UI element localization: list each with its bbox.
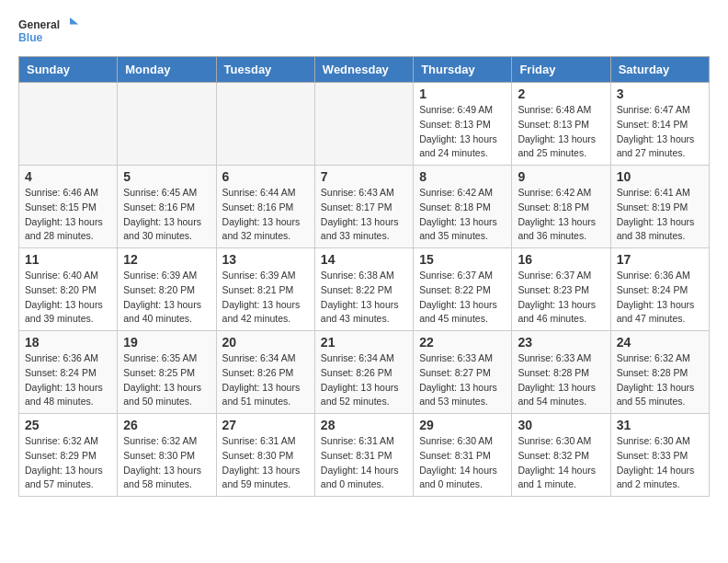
- day-number: 18: [25, 335, 111, 350]
- day-cell: 12Sunrise: 6:39 AMSunset: 8:20 PMDayligh…: [118, 248, 216, 331]
- day-cell: [118, 83, 216, 166]
- day-header-friday: Friday: [512, 57, 610, 83]
- day-info: Sunrise: 6:41 AMSunset: 8:19 PMDaylight:…: [617, 186, 703, 244]
- day-cell: 13Sunrise: 6:39 AMSunset: 8:21 PMDayligh…: [216, 248, 314, 331]
- day-info: Sunrise: 6:40 AMSunset: 8:20 PMDaylight:…: [25, 269, 111, 327]
- day-number: 11: [25, 252, 111, 267]
- day-cell: 18Sunrise: 6:36 AMSunset: 8:24 PMDayligh…: [19, 331, 118, 414]
- day-info: Sunrise: 6:42 AMSunset: 8:18 PMDaylight:…: [518, 186, 604, 244]
- day-number: 31: [617, 418, 703, 432]
- day-number: 8: [419, 169, 506, 184]
- day-info: Sunrise: 6:36 AMSunset: 8:24 PMDaylight:…: [25, 351, 111, 409]
- day-cell: 29Sunrise: 6:30 AMSunset: 8:31 PMDayligh…: [414, 414, 512, 497]
- day-cell: 8Sunrise: 6:42 AMSunset: 8:18 PMDaylight…: [414, 166, 512, 248]
- calendar-table: SundayMondayTuesdayWednesdayThursdayFrid…: [18, 56, 710, 497]
- day-header-monday: Monday: [118, 57, 216, 83]
- svg-marker-2: [70, 17, 78, 24]
- day-info: Sunrise: 6:32 AMSunset: 8:29 PMDaylight:…: [25, 434, 111, 492]
- day-info: Sunrise: 6:34 AMSunset: 8:26 PMDaylight:…: [321, 351, 407, 409]
- day-cell: 9Sunrise: 6:42 AMSunset: 8:18 PMDaylight…: [512, 166, 610, 248]
- day-info: Sunrise: 6:30 AMSunset: 8:33 PMDaylight:…: [617, 434, 703, 492]
- day-number: 19: [123, 335, 210, 350]
- day-cell: 25Sunrise: 6:32 AMSunset: 8:29 PMDayligh…: [19, 414, 118, 497]
- day-cell: 14Sunrise: 6:38 AMSunset: 8:22 PMDayligh…: [314, 248, 413, 331]
- day-info: Sunrise: 6:34 AMSunset: 8:26 PMDaylight:…: [222, 351, 309, 409]
- day-cell: 27Sunrise: 6:31 AMSunset: 8:30 PMDayligh…: [216, 414, 314, 497]
- day-number: 14: [321, 252, 407, 267]
- day-cell: 26Sunrise: 6:32 AMSunset: 8:30 PMDayligh…: [118, 414, 216, 497]
- day-number: 3: [617, 86, 703, 101]
- day-info: Sunrise: 6:30 AMSunset: 8:31 PMDaylight:…: [419, 434, 506, 492]
- day-info: Sunrise: 6:45 AMSunset: 8:16 PMDaylight:…: [123, 186, 210, 244]
- day-header-wednesday: Wednesday: [314, 57, 413, 83]
- day-cell: 17Sunrise: 6:36 AMSunset: 8:24 PMDayligh…: [610, 248, 709, 331]
- day-number: 10: [617, 169, 703, 184]
- day-cell: 24Sunrise: 6:32 AMSunset: 8:28 PMDayligh…: [610, 331, 709, 414]
- week-row-3: 11Sunrise: 6:40 AMSunset: 8:20 PMDayligh…: [19, 248, 710, 331]
- day-info: Sunrise: 6:30 AMSunset: 8:32 PMDaylight:…: [518, 434, 604, 492]
- day-number: 4: [25, 169, 111, 184]
- day-cell: 7Sunrise: 6:43 AMSunset: 8:17 PMDaylight…: [314, 166, 413, 248]
- day-cell: 15Sunrise: 6:37 AMSunset: 8:22 PMDayligh…: [414, 248, 512, 331]
- day-cell: 28Sunrise: 6:31 AMSunset: 8:31 PMDayligh…: [314, 414, 413, 497]
- day-number: 20: [222, 335, 309, 350]
- day-info: Sunrise: 6:49 AMSunset: 8:13 PMDaylight:…: [419, 103, 506, 161]
- day-cell: 22Sunrise: 6:33 AMSunset: 8:27 PMDayligh…: [414, 331, 512, 414]
- day-info: Sunrise: 6:38 AMSunset: 8:22 PMDaylight:…: [321, 269, 407, 327]
- header-row: SundayMondayTuesdayWednesdayThursdayFrid…: [19, 57, 710, 83]
- day-cell: 3Sunrise: 6:47 AMSunset: 8:14 PMDaylight…: [610, 83, 709, 166]
- week-row-1: 1Sunrise: 6:49 AMSunset: 8:13 PMDaylight…: [19, 83, 710, 166]
- logo: General Blue: [18, 15, 83, 47]
- day-cell: 20Sunrise: 6:34 AMSunset: 8:26 PMDayligh…: [216, 331, 314, 414]
- day-number: 6: [222, 169, 309, 184]
- page-header: General Blue: [18, 15, 710, 47]
- day-info: Sunrise: 6:43 AMSunset: 8:17 PMDaylight:…: [321, 186, 407, 244]
- day-cell: [216, 83, 314, 166]
- week-row-5: 25Sunrise: 6:32 AMSunset: 8:29 PMDayligh…: [19, 414, 710, 497]
- day-cell: 4Sunrise: 6:46 AMSunset: 8:15 PMDaylight…: [19, 166, 118, 248]
- day-cell: 6Sunrise: 6:44 AMSunset: 8:16 PMDaylight…: [216, 166, 314, 248]
- day-info: Sunrise: 6:48 AMSunset: 8:13 PMDaylight:…: [518, 103, 604, 161]
- day-info: Sunrise: 6:33 AMSunset: 8:28 PMDaylight:…: [518, 351, 604, 409]
- day-cell: 5Sunrise: 6:45 AMSunset: 8:16 PMDaylight…: [118, 166, 216, 248]
- day-cell: [314, 83, 413, 166]
- day-info: Sunrise: 6:39 AMSunset: 8:20 PMDaylight:…: [123, 269, 210, 327]
- day-info: Sunrise: 6:35 AMSunset: 8:25 PMDaylight:…: [123, 351, 210, 409]
- day-number: 5: [123, 169, 210, 184]
- day-number: 2: [518, 86, 604, 101]
- day-number: 29: [419, 418, 506, 432]
- day-cell: 16Sunrise: 6:37 AMSunset: 8:23 PMDayligh…: [512, 248, 610, 331]
- day-info: Sunrise: 6:39 AMSunset: 8:21 PMDaylight:…: [222, 269, 309, 327]
- day-cell: [19, 83, 118, 166]
- day-number: 15: [419, 252, 506, 267]
- day-number: 16: [518, 252, 604, 267]
- day-info: Sunrise: 6:32 AMSunset: 8:30 PMDaylight:…: [123, 434, 210, 492]
- day-header-thursday: Thursday: [414, 57, 512, 83]
- day-cell: 31Sunrise: 6:30 AMSunset: 8:33 PMDayligh…: [610, 414, 709, 497]
- day-number: 30: [518, 418, 604, 432]
- day-number: 24: [617, 335, 703, 350]
- day-info: Sunrise: 6:33 AMSunset: 8:27 PMDaylight:…: [419, 351, 506, 409]
- day-cell: 30Sunrise: 6:30 AMSunset: 8:32 PMDayligh…: [512, 414, 610, 497]
- day-number: 17: [617, 252, 703, 267]
- day-info: Sunrise: 6:31 AMSunset: 8:30 PMDaylight:…: [222, 434, 309, 492]
- day-number: 22: [419, 335, 506, 350]
- day-info: Sunrise: 6:36 AMSunset: 8:24 PMDaylight:…: [617, 269, 703, 327]
- day-info: Sunrise: 6:47 AMSunset: 8:14 PMDaylight:…: [617, 103, 703, 161]
- day-number: 13: [222, 252, 309, 267]
- day-cell: 11Sunrise: 6:40 AMSunset: 8:20 PMDayligh…: [19, 248, 118, 331]
- day-cell: 1Sunrise: 6:49 AMSunset: 8:13 PMDaylight…: [414, 83, 512, 166]
- day-info: Sunrise: 6:46 AMSunset: 8:15 PMDaylight:…: [25, 186, 111, 244]
- day-cell: 23Sunrise: 6:33 AMSunset: 8:28 PMDayligh…: [512, 331, 610, 414]
- day-number: 12: [123, 252, 210, 267]
- day-number: 25: [25, 418, 111, 432]
- day-number: 21: [321, 335, 407, 350]
- day-info: Sunrise: 6:37 AMSunset: 8:23 PMDaylight:…: [518, 269, 604, 327]
- day-number: 27: [222, 418, 309, 432]
- day-cell: 19Sunrise: 6:35 AMSunset: 8:25 PMDayligh…: [118, 331, 216, 414]
- day-number: 26: [123, 418, 210, 432]
- day-cell: 2Sunrise: 6:48 AMSunset: 8:13 PMDaylight…: [512, 83, 610, 166]
- week-row-4: 18Sunrise: 6:36 AMSunset: 8:24 PMDayligh…: [19, 331, 710, 414]
- week-row-2: 4Sunrise: 6:46 AMSunset: 8:15 PMDaylight…: [19, 166, 710, 248]
- day-cell: 21Sunrise: 6:34 AMSunset: 8:26 PMDayligh…: [314, 331, 413, 414]
